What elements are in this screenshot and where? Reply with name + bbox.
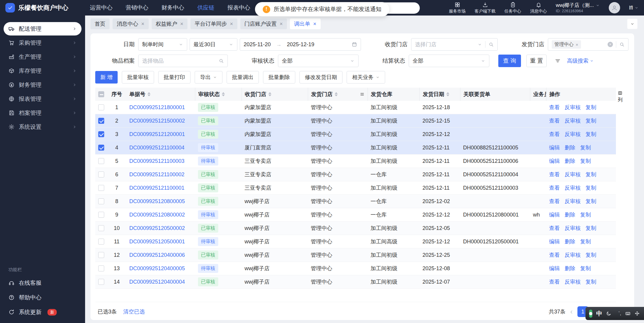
tab-5[interactable]: 调出单× (290, 18, 321, 29)
row-checkbox[interactable] (98, 265, 104, 271)
sort-icon[interactable] (147, 92, 150, 96)
date-to[interactable]: 2025-12-19 (287, 41, 314, 48)
quick-link-clipboard[interactable]: 任务中心 (505, 2, 521, 14)
ime-punct-indicator[interactable]: ゜, (615, 311, 621, 316)
date-type-select[interactable]: 制单时间 (138, 38, 187, 51)
row-checkbox[interactable] (98, 171, 104, 177)
sidebar-item-6[interactable]: 档案管理 (4, 106, 82, 120)
table-row-8[interactable]: 8DC0009925120800005已审核wwj椰子店管理中心一仓库2025-… (95, 195, 616, 208)
op-link[interactable]: 复制 (580, 144, 591, 151)
toolbar-button-2[interactable]: 批量打印 (158, 71, 190, 84)
row-checkbox[interactable] (98, 252, 104, 258)
table-row-6[interactable]: 6DC0009925121100002已审核三亚专卖店管理中心一仓库2025-1… (95, 168, 616, 181)
search-icon[interactable] (488, 42, 494, 47)
doc-number-link[interactable]: DC0009925120400006 (129, 252, 185, 258)
row-checkbox[interactable] (98, 279, 104, 285)
sort-icon[interactable] (446, 92, 449, 96)
topnav-link-3[interactable]: 供应链 (197, 4, 214, 12)
sidebar-item-0[interactable]: 配送管理 (4, 22, 82, 35)
table-row-2[interactable]: 2DC0009925121500002已审核内蒙加盟店管理中心加工间初级2025… (95, 114, 616, 128)
op-link[interactable]: 查看 (549, 131, 560, 138)
op-link[interactable]: 查看 (549, 251, 560, 259)
clear-icon[interactable]: × (608, 42, 613, 47)
table-row-11[interactable]: 11DC0009925120500001待审核wwj椰子店管理中心加工间高级20… (95, 235, 616, 248)
row-checkbox[interactable] (98, 118, 104, 124)
op-link[interactable]: 查看 (549, 198, 560, 205)
toolbar-button-3[interactable]: 导出 (195, 71, 222, 84)
op-link[interactable]: 删除 (565, 211, 575, 218)
op-link[interactable]: 删除 (565, 265, 575, 272)
row-checkbox[interactable] (98, 225, 104, 231)
sidebar-item-4[interactable]: 财务管理 (4, 78, 82, 92)
op-link[interactable]: 复制 (585, 131, 596, 138)
ime-plugin-icon[interactable] (589, 310, 592, 318)
table-row-4[interactable]: 4DC0009925121100004待审核厦门直营店管理中心加工间初级2025… (95, 141, 616, 154)
topnav-link-2[interactable]: 财务中心 (162, 4, 184, 12)
op-link[interactable]: 反审核 (565, 251, 581, 259)
op-link[interactable]: 反审核 (565, 104, 581, 111)
op-link[interactable]: 复制 (585, 171, 596, 178)
op-link[interactable]: 复制 (580, 157, 591, 165)
doc-number-link[interactable]: DC0009925121100001 (129, 185, 185, 191)
tab-close-icon[interactable]: × (180, 21, 184, 27)
op-link[interactable]: 反审核 (565, 198, 581, 205)
row-checkbox[interactable] (98, 198, 104, 204)
toolbar-button-5[interactable]: 批量删除 (263, 71, 295, 84)
calendar-icon[interactable] (352, 42, 357, 47)
op-link[interactable]: 编辑 (549, 238, 560, 245)
table-row-12[interactable]: 12DC0009925120400006已审核wwj椰子店管理中心加工间初级20… (95, 248, 616, 262)
op-link[interactable]: 复制 (580, 211, 591, 218)
op-link[interactable]: 反审核 (565, 225, 581, 232)
op-link[interactable]: 复制 (585, 278, 596, 285)
quick-link-download[interactable]: 客户端下载 (475, 2, 496, 14)
toolbar-button-7[interactable]: 相关业务 (347, 71, 385, 84)
tab-close-icon[interactable]: × (141, 21, 145, 27)
op-link[interactable]: 反审核 (565, 131, 581, 138)
tab-list-expander[interactable] (627, 19, 637, 29)
row-checkbox[interactable] (98, 158, 104, 164)
tab-1[interactable]: 消息中心× (113, 18, 149, 29)
avatar[interactable] (609, 2, 620, 13)
tab-close-icon[interactable]: × (313, 21, 316, 27)
table-row-1[interactable]: 1DC0009925121800001已审核内蒙加盟店管理中心加工间初级2025… (95, 101, 616, 114)
row-checkbox[interactable] (98, 185, 104, 191)
op-link[interactable]: 复制 (585, 225, 596, 232)
row-checkbox[interactable] (98, 239, 104, 245)
op-link[interactable]: 查看 (549, 104, 560, 111)
quick-link-grid[interactable]: 服务市场 (449, 2, 466, 14)
doc-number-link[interactable]: DC0009925121500002 (129, 118, 185, 124)
sidebar-item-3[interactable]: 库存管理 (4, 64, 82, 78)
doc-number-link[interactable]: DC0009925120500001 (129, 239, 185, 245)
op-link[interactable]: 编辑 (549, 211, 560, 218)
sidebar-item-2[interactable]: 生产管理 (4, 50, 82, 64)
table-row-10[interactable]: 10DC0009925120500002已审核wwj椰子店管理中心加工间初级20… (95, 222, 616, 235)
table-row-7[interactable]: 7DC0009925121100001已审核三亚专卖店管理中心加工间初级2025… (95, 181, 616, 195)
sort-icon[interactable] (222, 92, 225, 96)
table-row-14[interactable]: 14DC0009925120400004已审核wwj椰子店管理中心加工间初级20… (95, 275, 616, 289)
table-row-13[interactable]: 13DC0009925120400005待审核wwj椰子店管理中心加工间初级20… (95, 262, 616, 275)
op-link[interactable]: 反审核 (565, 184, 581, 191)
row-checkbox[interactable] (98, 212, 104, 218)
store-info[interactable]: wwj椰子店（测... ID: 2261163964 (556, 2, 600, 13)
sidebar-item-7[interactable]: 系统设置 (4, 120, 82, 134)
topnav-link-4[interactable]: 报表中心 (228, 4, 250, 12)
date-range-input[interactable]: 2025-11-20 → 2025-12-19 (240, 38, 361, 51)
topnav-link-1[interactable]: 营销中心 (126, 4, 148, 12)
sidebar-footer-item-0[interactable]: 在线客服 (0, 276, 85, 290)
doc-number-link[interactable]: DC0009925121200001 (129, 131, 185, 137)
sort-icon[interactable] (268, 92, 271, 96)
date-preset-select[interactable]: 最近30日 (190, 38, 237, 51)
op-link[interactable]: 反审核 (565, 171, 581, 178)
item-input[interactable]: 选择物品 (138, 55, 228, 67)
doc-number-link[interactable]: DC0009925120800005 (129, 198, 185, 204)
tab-0[interactable]: 首页 (90, 18, 110, 29)
select-all-checkbox[interactable] (98, 91, 104, 97)
op-link[interactable]: 复制 (580, 238, 591, 245)
op-link[interactable]: 查看 (549, 117, 560, 124)
doc-number-link[interactable]: DC0009925120800002 (129, 212, 185, 218)
receive-store-input[interactable]: 选择门店 (411, 38, 498, 51)
clear-selection-link[interactable]: 清空已选 (123, 308, 145, 315)
send-store-input[interactable]: 管理中心× × (548, 38, 628, 51)
sidebar-footer-item-2[interactable]: 系统更新新 (0, 305, 85, 319)
column-settings[interactable]: 列 (616, 88, 624, 302)
